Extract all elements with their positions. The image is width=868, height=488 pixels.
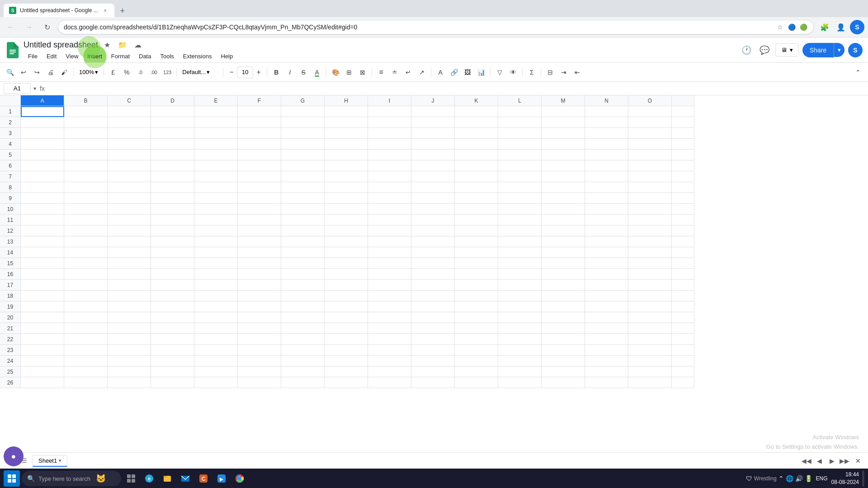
cell-A20[interactable] xyxy=(21,312,64,323)
cell-E2[interactable] xyxy=(194,117,238,128)
cell-A8[interactable] xyxy=(21,182,64,193)
strikethrough-button[interactable]: S xyxy=(297,66,310,79)
cell-N24[interactable] xyxy=(585,356,628,366)
taskbar-citrix[interactable]: C xyxy=(195,470,212,487)
cell-M6[interactable] xyxy=(542,160,585,171)
cell-B14[interactable] xyxy=(64,247,108,258)
cell-J7[interactable] xyxy=(411,171,455,182)
search-button[interactable]: 🔍 xyxy=(4,66,16,79)
cell-F15[interactable] xyxy=(238,258,281,269)
cell-M18[interactable] xyxy=(542,291,585,301)
cell-M1[interactable] xyxy=(542,106,585,117)
cell-F5[interactable] xyxy=(238,150,281,160)
cell-C19[interactable] xyxy=(108,301,151,312)
cell-K9[interactable] xyxy=(455,193,498,204)
cell-J5[interactable] xyxy=(411,150,455,160)
cell-N10[interactable] xyxy=(585,204,628,215)
cell-B24[interactable] xyxy=(64,356,108,366)
cell-C9[interactable] xyxy=(108,193,151,204)
cell-extra-25[interactable] xyxy=(672,366,694,377)
cell-E17[interactable] xyxy=(194,280,238,291)
cell-O8[interactable] xyxy=(628,182,672,193)
cell-M25[interactable] xyxy=(542,366,585,377)
cell-extra-2[interactable] xyxy=(672,117,694,128)
extensions-icon[interactable]: 🧩 xyxy=(817,20,832,34)
cell-N8[interactable] xyxy=(585,182,628,193)
row-number-21[interactable]: 21 xyxy=(0,323,21,334)
cell-M22[interactable] xyxy=(542,334,585,345)
cell-I24[interactable] xyxy=(368,356,411,366)
cell-M17[interactable] xyxy=(542,280,585,291)
menu-format[interactable]: Format xyxy=(107,51,134,61)
cell-B23[interactable] xyxy=(64,345,108,356)
cell-I8[interactable] xyxy=(368,182,411,193)
cell-D2[interactable] xyxy=(151,117,194,128)
cell-N22[interactable] xyxy=(585,334,628,345)
cell-N2[interactable] xyxy=(585,117,628,128)
cell-O9[interactable] xyxy=(628,193,672,204)
paint-format-button[interactable]: 🖌 xyxy=(58,66,71,79)
cell-F12[interactable] xyxy=(238,225,281,236)
cell-E5[interactable] xyxy=(194,150,238,160)
cell-A10[interactable] xyxy=(21,204,64,215)
row-number-5[interactable]: 5 xyxy=(0,150,21,160)
cell-C5[interactable] xyxy=(108,150,151,160)
cell-J4[interactable] xyxy=(411,139,455,150)
col-header-h[interactable]: H xyxy=(325,95,368,106)
cell-O13[interactable] xyxy=(628,236,672,247)
cell-K20[interactable] xyxy=(455,312,498,323)
filter-button[interactable]: ▽ xyxy=(493,66,506,79)
nav-left-first[interactable]: ◀◀ xyxy=(801,455,812,466)
cell-O12[interactable] xyxy=(628,225,672,236)
cell-A9[interactable] xyxy=(21,193,64,204)
cell-D4[interactable] xyxy=(151,139,194,150)
cell-L16[interactable] xyxy=(498,269,542,280)
italic-button[interactable]: I xyxy=(283,66,296,79)
halign-button[interactable]: ≡ xyxy=(375,66,387,79)
chat-icon[interactable]: 💬 xyxy=(757,43,772,57)
back-button[interactable]: ← xyxy=(4,20,18,34)
cell-F6[interactable] xyxy=(238,160,281,171)
cell-G26[interactable] xyxy=(281,377,325,388)
cell-extra-7[interactable] xyxy=(672,171,694,182)
cell-I7[interactable] xyxy=(368,171,411,182)
cell-extra-10[interactable] xyxy=(672,204,694,215)
cell-I21[interactable] xyxy=(368,323,411,334)
cell-F21[interactable] xyxy=(238,323,281,334)
cell-B19[interactable] xyxy=(64,301,108,312)
purple-dot[interactable]: ● xyxy=(4,446,24,466)
cell-G18[interactable] xyxy=(281,291,325,301)
merge-button[interactable]: ⊠ xyxy=(356,66,369,79)
cell-O14[interactable] xyxy=(628,247,672,258)
cell-C26[interactable] xyxy=(108,377,151,388)
cell-I6[interactable] xyxy=(368,160,411,171)
cell-H21[interactable] xyxy=(325,323,368,334)
cell-G14[interactable] xyxy=(281,247,325,258)
cell-A6[interactable] xyxy=(21,160,64,171)
cell-G24[interactable] xyxy=(281,356,325,366)
cell-A7[interactable] xyxy=(21,171,64,182)
reload-button[interactable]: ↻ xyxy=(40,20,54,34)
cell-N19[interactable] xyxy=(585,301,628,312)
cell-I11[interactable] xyxy=(368,215,411,225)
cell-D3[interactable] xyxy=(151,128,194,139)
share-button-arrow[interactable]: ▾ xyxy=(834,43,844,57)
cell-L4[interactable] xyxy=(498,139,542,150)
cell-J22[interactable] xyxy=(411,334,455,345)
cell-E25[interactable] xyxy=(194,366,238,377)
cell-D21[interactable] xyxy=(151,323,194,334)
cell-O21[interactable] xyxy=(628,323,672,334)
cell-I13[interactable] xyxy=(368,236,411,247)
cell-extra-20[interactable] xyxy=(672,312,694,323)
cell-J24[interactable] xyxy=(411,356,455,366)
row-number-19[interactable]: 19 xyxy=(0,301,21,312)
cell-O7[interactable] xyxy=(628,171,672,182)
cell-M3[interactable] xyxy=(542,128,585,139)
cell-J11[interactable] xyxy=(411,215,455,225)
cell-C12[interactable] xyxy=(108,225,151,236)
cell-L11[interactable] xyxy=(498,215,542,225)
decimal-dec-button[interactable]: .0 xyxy=(134,66,146,79)
cell-N1[interactable] xyxy=(585,106,628,117)
cell-O10[interactable] xyxy=(628,204,672,215)
cell-J2[interactable] xyxy=(411,117,455,128)
